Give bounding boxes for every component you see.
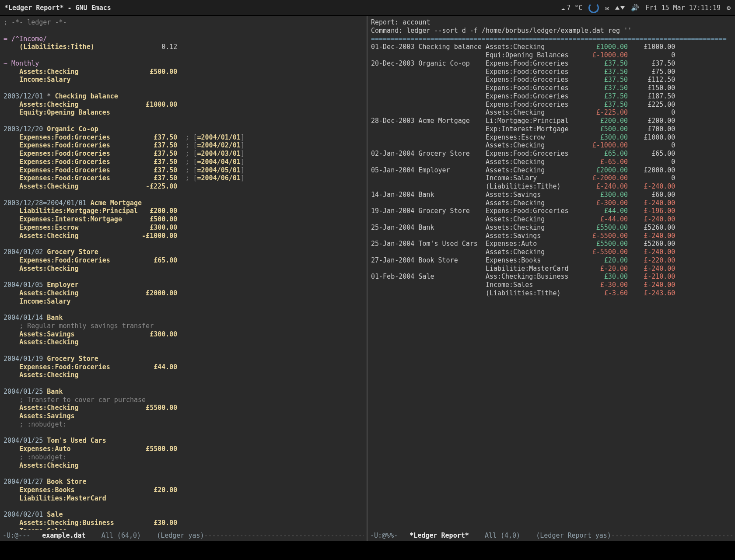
gnome-topbar: *Ledger Report* - GNU Emacs ☁ 7 °C ✉ 🔊 F… (0, 0, 735, 16)
register-row: Exp:Interest:Mortgage £500.00 £700.00 (371, 125, 732, 133)
register-row: 25-Jan-2004 Bank Assets:Checking £5500.0… (371, 224, 732, 232)
register-row: Equi:Opening Balances £-1000.00 0 (371, 51, 732, 60)
refresh-icon[interactable] (588, 3, 599, 13)
register-row: 27-Jan-2004 Book Store Expenses:Books £2… (371, 256, 732, 265)
modeline-position: All (4,0) (485, 532, 520, 540)
register-row: Assets:Checking £-300.00 £-240.00 (371, 199, 732, 207)
register-row: Income:Sales £-30.00 £-240.00 (371, 281, 732, 289)
register-row: 14-Jan-2004 Bank Assets:Savings £300.00 … (371, 191, 732, 199)
report-label: Report: account (371, 18, 732, 27)
weather-text: 7 °C (567, 4, 582, 12)
modeline-position: All (64,0) (102, 532, 141, 540)
clock[interactable]: Fri 15 Mar 17:11:19 (645, 4, 721, 12)
register-row: 05-Jan-2004 Employer Assets:Checking £20… (371, 166, 732, 175)
register-row: 28-Dec-2003 Acme Mortgage Li:Mortgage:Pr… (371, 117, 732, 125)
register-row: Assets:Checking £-44.00 £-240.00 (371, 215, 732, 224)
register-row: Assets:Savings £-5500.00 £-240.00 (371, 232, 732, 240)
register-row: (Liabilities:Tithe) £-240.00 £-240.00 (371, 182, 732, 191)
register-row: Assets:Checking £-65.00 0 (371, 158, 732, 166)
emacs-frame: ; -*- ledger -*- = /^Income/ (Liabilitie… (0, 16, 735, 541)
register-row: 19-Jan-2004 Grocery Store Expens:Food:Gr… (371, 207, 732, 215)
modeline-right: -U:@%%- *Ledger Report* All (4,0) (Ledge… (368, 530, 735, 541)
modeline-buffer: *Ledger Report* (410, 532, 469, 540)
register-row: Assets:Checking £-225.00 0 (371, 108, 732, 117)
modeline-fill: ----------------------------------------… (204, 532, 364, 540)
register-row: Expens:Food:Groceries £37.50 £225.00 (371, 101, 732, 109)
register-row: Expens:Food:Groceries £37.50 £75.00 (371, 68, 732, 76)
register-row: Assets:Checking £-1000.00 0 (371, 141, 732, 150)
settings-gear-icon[interactable]: ⚙ (727, 4, 731, 12)
network-icon[interactable] (615, 6, 625, 10)
modeline-left: -U:@--- example.dat All (64,0) (Ledger y… (0, 530, 367, 541)
modeline-mode: (Ledger Report yas) (536, 532, 611, 540)
weather-indicator[interactable]: ☁ 7 °C (561, 4, 582, 12)
register-row: 25-Jan-2004 Tom's Used Cars Expenses:Aut… (371, 240, 732, 248)
register-row: Liabilitie:MasterCard £-20.00 £-240.00 (371, 265, 732, 273)
mail-icon[interactable]: ✉ (605, 4, 609, 12)
register-row: Expenses:Escrow £300.00 £1000.00 (371, 133, 732, 142)
modeline-mode: (Ledger yas) (157, 532, 204, 540)
window-title: *Ledger Report* - GNU Emacs (4, 4, 111, 12)
modeline-prefix: -U:@%%- (370, 532, 398, 540)
report-separator: ========================================… (371, 35, 732, 43)
volume-icon[interactable]: 🔊 (631, 4, 639, 12)
register-row: 02-Jan-2004 Grocery Store Expens:Food:Gr… (371, 150, 732, 158)
modeline-prefix: -U:@--- (3, 532, 30, 540)
register-row: 20-Dec-2003 Organic Co-op Expens:Food:Gr… (371, 60, 732, 68)
register-row: 01-Dec-2003 Checking balance Assets:Chec… (371, 43, 732, 51)
register-row: 01-Feb-2004 Sale Ass:Checking:Business £… (371, 273, 732, 281)
modeline-fill: ----------------------------------------… (611, 532, 732, 540)
register-row: Expens:Food:Groceries £37.50 £187.50 (371, 92, 732, 101)
register-row: Expens:Food:Groceries £37.50 £112.50 (371, 76, 732, 84)
system-tray: ☁ 7 °C ✉ 🔊 Fri 15 Mar 17:11:19 ⚙ (561, 3, 731, 13)
register-row: Assets:Checking £-5500.00 £-240.00 (371, 248, 732, 256)
ledger-report-buffer[interactable]: Report: account Command: ledger --sort d… (368, 16, 735, 541)
report-command: Command: ledger --sort d -f /home/borbus… (371, 27, 732, 35)
modeline-buffer: example.dat (42, 532, 85, 540)
register-row: Income:Salary £-2000.00 0 (371, 174, 732, 182)
register-row: Expens:Food:Groceries £37.50 £150.00 (371, 84, 732, 92)
register-row: (Liabilities:Tithe) £-3.60 £-243.60 (371, 289, 732, 298)
ledger-source-buffer[interactable]: ; -*- ledger -*- = /^Income/ (Liabilitie… (0, 16, 368, 541)
